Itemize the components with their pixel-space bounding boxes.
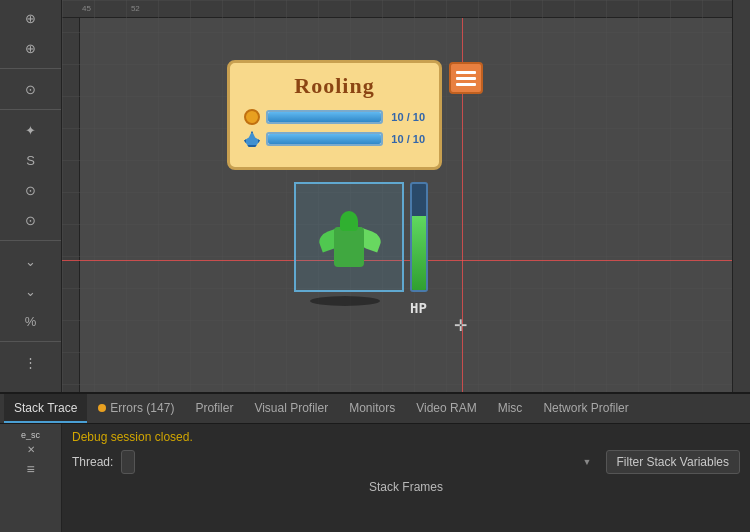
toolbar-icon-1[interactable]: ⊕ [13, 4, 49, 32]
toolbar-icon-arrow[interactable]: ⌄ [13, 247, 49, 275]
right-panel [732, 0, 750, 392]
thread-row: Thread: Filter Stack Variables [72, 450, 740, 474]
sidebar-scene-label: e_sc [0, 428, 61, 442]
errors-dot [98, 404, 106, 412]
water-stat-value: 10 / 10 [389, 133, 425, 145]
stat-row-fire: 10 / 10 [244, 109, 425, 125]
toolbar-icon-dots[interactable]: ⋮ [13, 348, 49, 376]
tab-monitors[interactable]: Monitors [339, 394, 405, 423]
water-bar-bg [266, 132, 383, 146]
toolbar-divider-3 [0, 240, 61, 241]
tab-misc[interactable]: Misc [488, 394, 533, 423]
stat-row-water: 10 / 10 [244, 131, 425, 147]
toolbar-icon-percent[interactable]: % [13, 307, 49, 335]
plant-sprite [309, 197, 389, 277]
stack-frames-row: Stack Frames [72, 480, 740, 494]
thread-select[interactable] [121, 450, 135, 474]
thread-select-wrapper [121, 450, 597, 474]
toolbar-icon-s[interactable]: S [13, 146, 49, 174]
tab-misc-label: Misc [498, 401, 523, 415]
sidebar-close-icon[interactable]: ✕ [27, 444, 35, 455]
tab-bar: Stack Trace Errors (147) Profiler Visual… [0, 394, 750, 424]
plant-top [340, 211, 358, 231]
stats-popup: Rooling 10 / 10 10 / 10 [227, 60, 442, 170]
move-cursor-icon: ✛ [454, 316, 467, 335]
character-shadow [310, 296, 380, 306]
tab-profiler-label: Profiler [195, 401, 233, 415]
sprite-container [294, 182, 404, 292]
tab-video-ram-label: Video RAM [416, 401, 476, 415]
hp-label: HP [410, 300, 427, 316]
bottom-panel: Stack Trace Errors (147) Profiler Visual… [0, 392, 750, 532]
bottom-row: e_sc ✕ ≡ Debug session closed. Thread: F… [0, 424, 750, 532]
water-bar-fill [268, 134, 381, 144]
hamburger-line-1 [456, 71, 476, 74]
toolbar-icon-move[interactable]: ✦ [13, 116, 49, 144]
tab-visual-profiler-label: Visual Profiler [254, 401, 328, 415]
toolbar-divider-1 [0, 68, 61, 69]
toolbar-icon-arrow2[interactable]: ⌄ [13, 277, 49, 305]
hp-bar-fill [412, 216, 426, 290]
fire-stat-value: 10 / 10 [389, 111, 425, 123]
canvas-area[interactable]: 45 52 Rooling 10 / 10 10 [62, 0, 732, 392]
toolbar-icon-eye2[interactable]: ⊙ [13, 176, 49, 204]
hamburger-line-3 [456, 83, 476, 86]
fire-bar-bg [266, 110, 383, 124]
tab-errors[interactable]: Errors (147) [88, 394, 184, 423]
fire-bar-fill [268, 112, 381, 122]
fire-icon [244, 109, 260, 125]
tab-errors-label: Errors (147) [110, 401, 174, 415]
stack-frames-label: Stack Frames [369, 480, 443, 494]
toolbar-icon-eye[interactable]: ⊙ [13, 75, 49, 103]
hp-bar-container [410, 182, 428, 292]
bottom-content: Debug session closed. Thread: Filter Sta… [62, 424, 750, 532]
water-icon [244, 131, 260, 147]
tab-profiler[interactable]: Profiler [185, 394, 243, 423]
left-toolbar: ⊕ ⊕ ⊙ ✦ S ⊙ ⊙ ⌄ ⌄ % ⋮ [0, 0, 62, 392]
stats-title: Rooling [244, 73, 425, 99]
tab-visual-profiler[interactable]: Visual Profiler [244, 394, 338, 423]
bottom-sidebar: e_sc ✕ ≡ [0, 424, 62, 532]
toolbar-icon-2[interactable]: ⊕ [13, 34, 49, 62]
debug-message: Debug session closed. [72, 430, 740, 444]
plant-body [334, 227, 364, 267]
filter-stack-variables-button[interactable]: Filter Stack Variables [606, 450, 740, 474]
sidebar-list-icon[interactable]: ≡ [26, 461, 34, 477]
tab-network-profiler-label: Network Profiler [543, 401, 628, 415]
tab-network-profiler[interactable]: Network Profiler [533, 394, 638, 423]
thread-label: Thread: [72, 455, 113, 469]
toolbar-divider-2 [0, 109, 61, 110]
tab-video-ram[interactable]: Video RAM [406, 394, 486, 423]
tab-stack-trace-label: Stack Trace [14, 401, 77, 415]
hamburger-line-2 [456, 77, 476, 80]
hamburger-button[interactable] [449, 62, 483, 94]
toolbar-divider-4 [0, 341, 61, 342]
toolbar-icon-eye3[interactable]: ⊙ [13, 206, 49, 234]
tab-monitors-label: Monitors [349, 401, 395, 415]
tab-stack-trace[interactable]: Stack Trace [4, 394, 87, 423]
